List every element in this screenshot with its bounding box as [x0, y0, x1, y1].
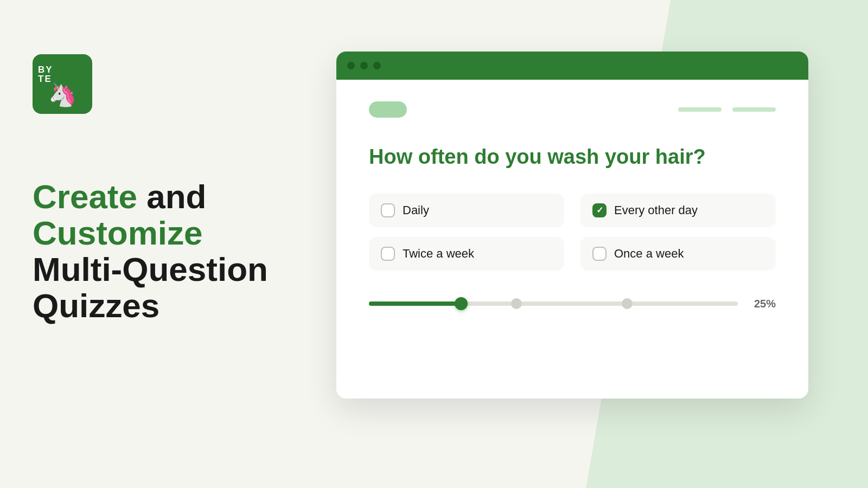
top-bar-row [369, 101, 776, 118]
slider-dot-1 [511, 298, 522, 309]
option-once-a-week-label: Once a week [614, 247, 684, 261]
option-daily[interactable]: Daily [369, 194, 564, 227]
checkbox-daily [381, 203, 395, 217]
logo: BYTE 🦄 [33, 54, 92, 114]
slider-dot-2 [622, 298, 633, 309]
browser-titlebar [336, 52, 808, 80]
headline-and: and [146, 178, 206, 215]
slider-fill [369, 301, 461, 306]
slider-thumb [455, 297, 468, 310]
headline: Create and Customize Multi-Question Quiz… [33, 179, 304, 324]
progress-pill [369, 101, 407, 118]
logo-unicorn-icon: 🦄 [48, 84, 76, 106]
option-twice-a-week[interactable]: Twice a week [369, 237, 564, 271]
headline-quizzes: Quizzes [33, 287, 159, 324]
browser-dot-2 [360, 62, 368, 69]
logo-by-te: BYTE [33, 60, 53, 84]
quiz-question: How often do you wash your hair? [369, 145, 776, 170]
option-daily-label: Daily [403, 203, 429, 217]
option-once-a-week[interactable]: Once a week [580, 237, 776, 271]
checkbox-every-other-day [592, 203, 607, 217]
checkbox-twice-a-week [381, 247, 395, 261]
progress-line-2 [732, 107, 776, 112]
headline-customize: Customize [33, 214, 202, 252]
checkbox-once-a-week [592, 247, 607, 261]
browser-dot-3 [373, 62, 381, 69]
logo-content: BYTE 🦄 [33, 54, 92, 114]
progress-line-1 [678, 107, 722, 112]
option-twice-a-week-label: Twice a week [403, 247, 474, 261]
option-every-other-day-label: Every other day [614, 203, 698, 217]
option-every-other-day[interactable]: Every other day [580, 194, 776, 227]
headline-create: Create [33, 178, 137, 215]
browser-window: How often do you wash your hair? Daily E… [336, 52, 808, 399]
options-grid: Daily Every other day Twice a week Once … [369, 194, 776, 271]
browser-content: How often do you wash your hair? Daily E… [336, 80, 808, 332]
browser-dot-1 [347, 62, 355, 69]
slider-track[interactable] [369, 301, 738, 306]
progress-slider-row: 25% [369, 298, 776, 310]
headline-multi: Multi-Question [33, 251, 268, 288]
left-panel: BYTE 🦄 Create and Customize Multi-Questi… [33, 54, 304, 324]
slider-percent-label: 25% [749, 298, 776, 310]
